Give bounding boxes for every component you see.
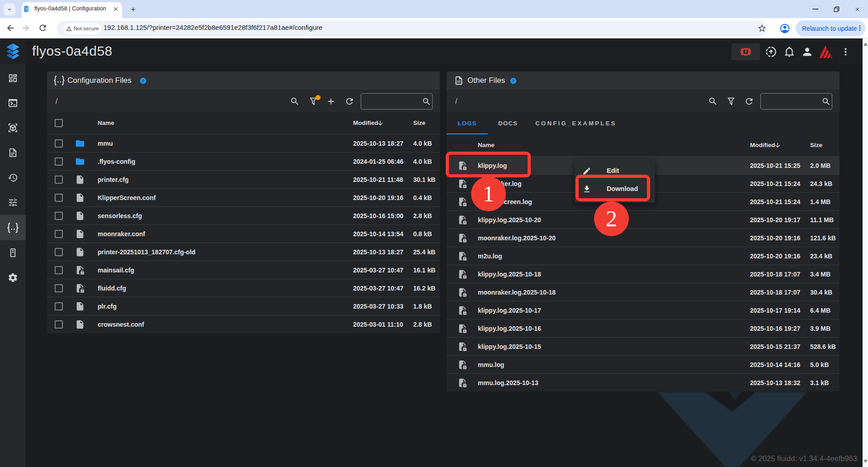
svg-text:?: ? — [512, 79, 514, 83]
svg-text:?: ? — [142, 79, 144, 83]
